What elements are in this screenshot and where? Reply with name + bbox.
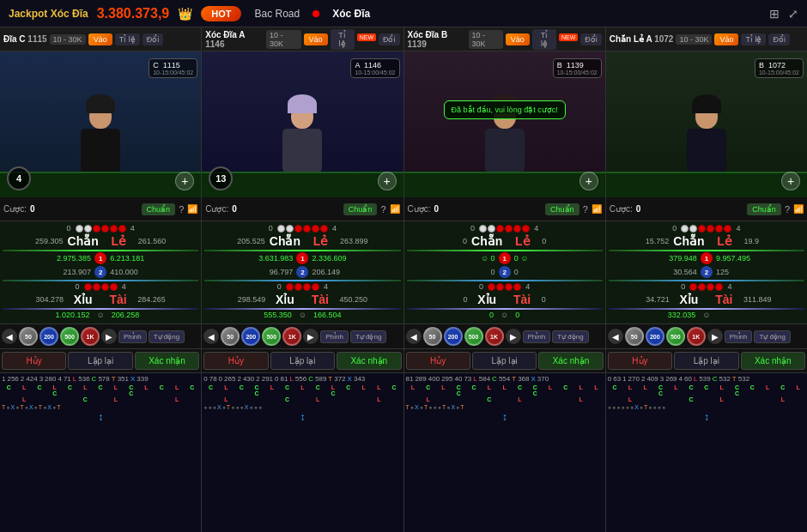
scroll-down-button-2[interactable]: ↕ [203, 410, 401, 424]
auto-button-4[interactable]: Tự động [754, 330, 790, 343]
nav-xoc-dia[interactable]: Xóc Đĩa [328, 8, 374, 20]
xacnhan-button-2[interactable]: Xác nhận [337, 352, 401, 370]
auto-button-3[interactable]: Tự động [552, 330, 588, 343]
tai-label-3[interactable]: Tài [507, 293, 537, 306]
scroll-down-button-1[interactable]: ↕ [2, 410, 199, 424]
help-icon-2[interactable]: ? [380, 204, 385, 215]
auto-button-2[interactable]: Tự động [350, 330, 386, 343]
chip-200-4[interactable]: 200 [646, 327, 664, 346]
chan-label-3[interactable]: Chẵn [471, 234, 502, 248]
chip-500-4[interactable]: 500 [666, 327, 685, 346]
xacnhan-button-1[interactable]: Xác nhận [135, 352, 199, 370]
nav-bac-road[interactable]: Bac Road [250, 8, 304, 20]
huy-button-1[interactable]: Hủy [2, 352, 66, 370]
expand-icon[interactable]: ⤢ [788, 7, 798, 21]
xiu-label-2[interactable]: Xỉu [270, 293, 300, 306]
laplai-button-1[interactable]: Lặp lại [68, 352, 132, 370]
chip-50-2[interactable]: 50 [221, 327, 240, 346]
doi-button-3[interactable]: Đổi [580, 33, 602, 45]
next-chip-button-3[interactable]: ▶ [506, 329, 521, 344]
help-icon-1[interactable]: ? [179, 204, 184, 215]
vao-button-3[interactable]: Vào [506, 33, 530, 45]
chip-50-3[interactable]: 50 [423, 327, 442, 346]
chuan-button-3[interactable]: Chuẩn [545, 203, 579, 215]
vao-button-2[interactable]: Vào [304, 33, 328, 45]
le-label-4[interactable]: Lẻ [709, 234, 739, 248]
history-area-4: 063127024093269460L539C532T532CLLCLCCLCC… [606, 373, 807, 532]
chip-200-3[interactable]: 200 [444, 327, 463, 346]
tile-button-1[interactable]: Tỉ lệ [115, 33, 140, 45]
chip-1K-4[interactable]: 1K [687, 327, 706, 346]
phinh-button-1[interactable]: Phỉnh [118, 330, 147, 343]
laplai-button-3[interactable]: Lặp lại [472, 352, 537, 370]
le-label-1[interactable]: Lẻ [104, 234, 134, 248]
le-label-3[interactable]: Lẻ [507, 234, 537, 248]
vao-button-1[interactable]: Vào [88, 33, 112, 45]
tile-button-4[interactable]: Tỉ lệ [741, 33, 766, 45]
vao-button-4[interactable]: Vào [714, 33, 738, 45]
chan-label-1[interactable]: Chẵn [68, 234, 99, 248]
expand-video-button-4[interactable]: + [781, 172, 800, 190]
huy-button-3[interactable]: Hủy [406, 352, 470, 370]
tile-button-3[interactable]: Tỉ lệ [532, 29, 556, 50]
doi-button-1[interactable]: Đổi [143, 33, 164, 45]
chip-1K-3[interactable]: 1K [485, 327, 504, 346]
huy-button-4[interactable]: Hủy [608, 352, 672, 370]
laplai-button-2[interactable]: Lặp lại [270, 352, 335, 370]
chip-1K-2[interactable]: 1K [282, 327, 301, 346]
hot-button[interactable]: HOT [201, 6, 241, 21]
history-area-1: 125624243280471L536C578T351X339CLCLCLCLC… [0, 373, 201, 532]
next-chip-button-1[interactable]: ▶ [101, 329, 117, 344]
chan-label-4[interactable]: Chẵn [673, 234, 704, 248]
video-area-2: 13A 114610-15:00/45:02+ [202, 51, 403, 197]
le-label-2[interactable]: Lẻ [306, 234, 336, 248]
phinh-button-3[interactable]: Phỉnh [523, 330, 551, 343]
tai-label-4[interactable]: Tài [709, 293, 739, 306]
doi-button-2[interactable]: Đổi [379, 33, 400, 45]
tile-button-2[interactable]: Tỉ lệ [331, 29, 355, 50]
wifi-icon-4: 📶 [793, 204, 804, 214]
help-icon-3[interactable]: ? [583, 204, 588, 215]
chuan-button-2[interactable]: Chuẩn [343, 203, 378, 215]
xiu-right-num-1: 4 [122, 282, 199, 291]
prev-chip-button-2[interactable]: ◀ [203, 329, 219, 344]
xacnhan-button-4[interactable]: Xác nhận [741, 352, 805, 370]
chip-500-2[interactable]: 500 [262, 327, 281, 346]
prev-chip-button-4[interactable]: ◀ [608, 329, 623, 344]
expand-video-button-2[interactable]: + [378, 172, 397, 190]
prev-chip-button-3[interactable]: ◀ [406, 329, 422, 344]
games-row: Đĩa C 1115 10 - 30K Vào Tỉ lệ Đổi 4C 111… [0, 27, 807, 532]
doi-button-4[interactable]: Đổi [768, 33, 790, 45]
chuan-button-1[interactable]: Chuẩn [142, 203, 176, 215]
laplai-button-4[interactable]: Lặp lại [674, 352, 738, 370]
chip-500-1[interactable]: 500 [60, 327, 79, 346]
xiu-label-3[interactable]: Xỉu [472, 293, 502, 306]
chan-label-2[interactable]: Chẵn [270, 234, 300, 248]
xiu-label-4[interactable]: Xỉu [674, 293, 704, 306]
help-icon-4[interactable]: ? [785, 204, 790, 215]
tai-label-2[interactable]: Tài [305, 293, 335, 306]
next-chip-button-4[interactable]: ▶ [707, 329, 723, 344]
chip-500-3[interactable]: 500 [464, 327, 483, 346]
chip-50-4[interactable]: 50 [625, 327, 644, 346]
huy-button-2[interactable]: Hủy [203, 352, 268, 370]
tai-label-1[interactable]: Tài [103, 293, 133, 306]
phinh-button-4[interactable]: Phỉnh [725, 330, 753, 343]
grid-icon[interactable]: ⊞ [769, 7, 780, 21]
chip-1K-1[interactable]: 1K [81, 327, 100, 346]
chip-200-2[interactable]: 200 [241, 327, 260, 346]
chip-50-1[interactable]: 50 [19, 327, 38, 346]
scroll-down-button-3[interactable]: ↕ [406, 410, 604, 424]
next-chip-button-2[interactable]: ▶ [303, 329, 319, 344]
xacnhan-button-3[interactable]: Xác nhận [538, 352, 603, 370]
cuoc-label-2: Cược: [205, 204, 228, 214]
scroll-down-button-4[interactable]: ↕ [608, 410, 805, 424]
chuan-button-4[interactable]: Chuẩn [747, 203, 781, 215]
game-column-4: Chắn Lẻ A 1072 10 - 30K Vào Tỉ lệ Đổi B … [606, 27, 807, 532]
xiu-label-1[interactable]: Xỉu [68, 293, 98, 306]
expand-video-button-3[interactable]: + [579, 172, 598, 190]
chip-200-1[interactable]: 200 [39, 327, 58, 346]
auto-button-1[interactable]: Tự động [149, 330, 185, 343]
phinh-button-2[interactable]: Phỉnh [320, 330, 349, 343]
prev-chip-button-1[interactable]: ◀ [2, 329, 17, 344]
